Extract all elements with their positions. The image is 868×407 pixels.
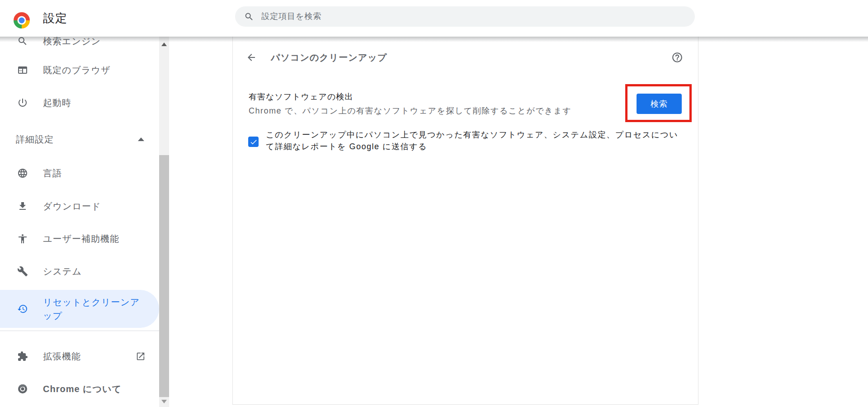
settings-search-bar[interactable] — [235, 6, 695, 27]
sidebar-item-label: 起動時 — [43, 97, 71, 109]
sidebar-item-accessibility[interactable]: ユーザー補助機能 — [0, 222, 159, 255]
sidebar-item-label: 拡張機能 — [43, 350, 81, 363]
search-input[interactable] — [261, 12, 668, 21]
chrome-logo — [14, 12, 30, 28]
help-outline-icon[interactable] — [671, 52, 683, 63]
open-in-new-icon — [136, 351, 146, 364]
download-icon — [17, 201, 28, 212]
sidebar-item-label: 詳細設定 — [16, 133, 54, 146]
report-checkbox-label: このクリーンアップ中にパソコン上で見つかった有害なソフトウェア、システム設定、プ… — [266, 129, 689, 152]
sidebar-item-label: ユーザー補助機能 — [43, 233, 119, 245]
restore-icon — [17, 303, 28, 314]
sidebar-item-label: リセットとクリーンアップ — [43, 295, 146, 322]
sidebar-item-default-browser[interactable]: 既定のブラウザ — [0, 54, 159, 86]
section-description: Chrome で、パソコン上の有害なソフトウェアを探して削除することができます — [249, 105, 571, 116]
sidebar-item-about-chrome[interactable]: Chrome について — [0, 373, 159, 405]
report-checkbox-label-line2: て詳細なレポートを Google に送信する — [266, 141, 689, 152]
puzzle-icon — [17, 351, 28, 362]
caret-up-icon — [138, 137, 144, 141]
globe-icon — [17, 168, 28, 179]
sidebar-item-extensions[interactable]: 拡張機能 — [0, 340, 159, 373]
back-arrow-icon[interactable] — [246, 52, 257, 63]
cleanup-settings-card: パソコンのクリーンアップ 有害なソフトウェアの検出 Chrome で、パソコン上… — [232, 37, 698, 405]
sidebar-item-label: ダウンロード — [43, 200, 101, 213]
sidebar-item-advanced[interactable]: 詳細設定 — [0, 123, 159, 156]
report-checkbox-label-line1: このクリーンアップ中にパソコン上で見つかった有害なソフトウェア、システム設定、プ… — [266, 129, 689, 141]
settings-sidebar: 検索エンジン 既定のブラウザ 起動時 詳細設定 言語 — [0, 0, 169, 407]
search-icon — [244, 12, 254, 22]
chrome-settings-page: 検索エンジン 既定のブラウザ 起動時 詳細設定 言語 — [0, 0, 868, 407]
page-title: パソコンのクリーンアップ — [271, 52, 387, 63]
sidebar-item-label: 既定のブラウザ — [43, 64, 110, 76]
sidebar-item-label: Chrome について — [43, 383, 122, 395]
sidebar-item-label: 検索エンジン — [43, 35, 101, 47]
sidebar-item-on-startup[interactable]: 起動時 — [0, 86, 159, 119]
sidebar-item-reset-cleanup[interactable]: リセットとクリーンアップ — [0, 290, 159, 328]
power-icon — [17, 97, 28, 108]
sidebar-item-label: システム — [43, 265, 82, 278]
wrench-icon — [17, 266, 28, 277]
header-toolbar: 設定 — [0, 0, 868, 37]
sidebar-item-label: 言語 — [43, 167, 62, 180]
scrollbar-down-arrow-icon[interactable] — [161, 400, 167, 403]
sidebar-item-system[interactable]: システム — [0, 255, 159, 288]
scrollbar-thumb[interactable] — [159, 155, 169, 397]
sidebar-item-languages[interactable]: 言語 — [0, 157, 159, 189]
chrome-logo-center — [18, 16, 26, 25]
app-title: 設定 — [43, 0, 67, 37]
browser-window-icon — [17, 65, 28, 76]
scrollbar-up-arrow-icon[interactable] — [161, 43, 167, 46]
section-heading: 有害なソフトウェアの検出 — [249, 91, 353, 102]
accessibility-icon — [17, 233, 28, 244]
scan-button[interactable]: 検索 — [637, 94, 682, 114]
report-checkbox[interactable] — [248, 137, 259, 147]
checkmark-icon — [250, 138, 258, 146]
sidebar-scrollbar[interactable] — [159, 37, 169, 407]
sidebar-item-downloads[interactable]: ダウンロード — [0, 190, 159, 222]
chrome-gray-icon — [17, 383, 28, 394]
search-icon — [17, 36, 28, 47]
sidebar-divider — [0, 331, 159, 331]
